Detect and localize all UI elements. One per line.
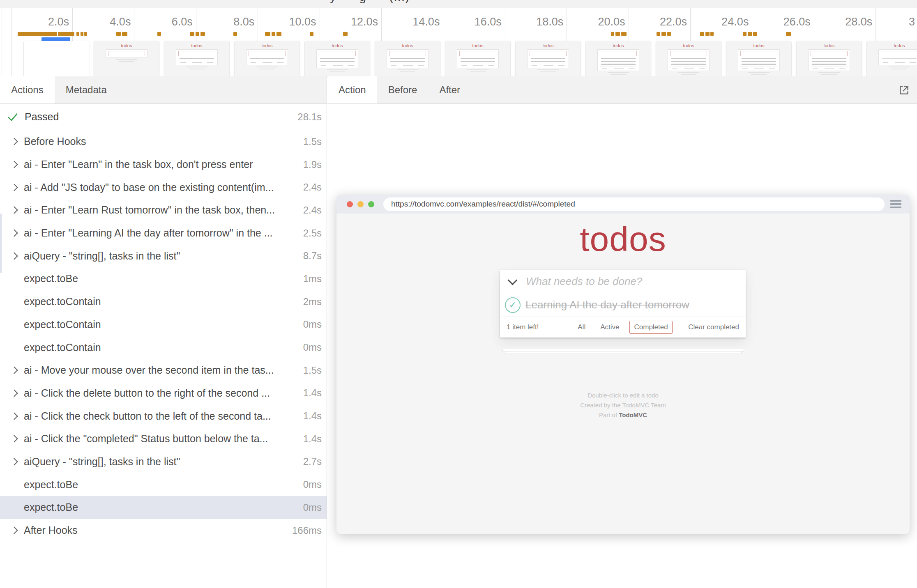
timeline-tick-label: 6.0s bbox=[134, 16, 193, 28]
action-row[interactable]: aiQuery - "string[], tasks in the list"8… bbox=[0, 244, 327, 267]
action-row[interactable]: expect.toBe0ms bbox=[0, 496, 327, 519]
chevron-right-icon[interactable] bbox=[10, 526, 18, 534]
hamburger-menu-icon[interactable] bbox=[890, 200, 901, 208]
filmstrip-thumbnail[interactable]: todos bbox=[235, 41, 300, 77]
thumbnail-todos-title: todos bbox=[445, 43, 510, 48]
timeline-action-mark bbox=[615, 32, 620, 36]
chevron-right-icon[interactable] bbox=[10, 435, 18, 443]
action-row[interactable]: aiQuery - "string[], tasks in the list"2… bbox=[0, 450, 327, 473]
thumbnail-mini-card bbox=[668, 49, 710, 71]
timeline-tick-label: 18.0s bbox=[505, 16, 563, 28]
chevron-right-icon[interactable] bbox=[10, 138, 18, 145]
action-label: ai - Click the check button to the left … bbox=[24, 410, 271, 422]
tab-before[interactable]: Before bbox=[377, 76, 429, 103]
tab-metadata[interactable]: Metadata bbox=[55, 76, 118, 103]
chevron-right-icon[interactable] bbox=[10, 161, 18, 168]
action-row[interactable]: expect.toContain0ms bbox=[0, 313, 327, 336]
filmstrip-thumbnail[interactable]: todos bbox=[867, 41, 917, 77]
clear-completed-button[interactable]: Clear completed bbox=[688, 317, 739, 338]
filmstrip-thumbnail[interactable]: todos bbox=[164, 41, 229, 77]
timeline-action-mark bbox=[18, 32, 57, 36]
timeline-tick-label: 2.0s bbox=[11, 16, 69, 28]
filmstrip-thumbnail[interactable]: todos bbox=[726, 41, 791, 77]
chevron-right-icon[interactable] bbox=[10, 412, 18, 420]
action-row[interactable]: ai - Move your mouse over the second ite… bbox=[0, 359, 327, 382]
toggle-all-chevron-icon[interactable] bbox=[507, 275, 517, 285]
timeline-tick-label: 16.0s bbox=[443, 16, 502, 28]
action-row[interactable]: ai - Click the check button to the left … bbox=[0, 404, 327, 427]
chevron-right-icon[interactable] bbox=[10, 184, 18, 191]
timeline-action-mark bbox=[76, 32, 79, 36]
filter-all[interactable]: All bbox=[573, 321, 590, 334]
timeline-tick-label: 28.0s bbox=[814, 16, 872, 28]
action-row[interactable]: ai - Add "JS today" to base on the exist… bbox=[0, 176, 327, 199]
tab-action[interactable]: Action bbox=[327, 76, 377, 103]
timeline-action-mark bbox=[611, 32, 614, 36]
filmstrip-thumbnail[interactable]: todos bbox=[305, 41, 370, 77]
todomvc-brand-link[interactable]: TodoMVC bbox=[619, 411, 647, 418]
scrollbar-thumb[interactable] bbox=[0, 214, 2, 273]
chevron-right-icon[interactable] bbox=[10, 207, 18, 214]
chevron-right-icon[interactable] bbox=[10, 252, 18, 260]
action-row[interactable]: expect.toContain0ms bbox=[0, 336, 327, 359]
filter-completed[interactable]: Completed bbox=[629, 321, 672, 334]
actions-panel: ActionsMetadata Passed 28.1s Before Hook… bbox=[0, 76, 327, 588]
action-duration: 8.7s bbox=[303, 250, 322, 262]
action-label: expect.toBe bbox=[24, 273, 78, 285]
thumbnail-mini-card bbox=[808, 49, 850, 71]
timeline-tick-label: 22.0s bbox=[629, 16, 687, 28]
action-label: aiQuery - "string[], tasks in the list" bbox=[24, 456, 180, 468]
timeline-tick-label: 24.0s bbox=[690, 16, 749, 28]
tab-actions[interactable]: Actions bbox=[0, 76, 55, 103]
thumbnail-todos-title: todos bbox=[867, 43, 917, 48]
action-duration: 2.4s bbox=[303, 181, 322, 193]
thumbnail-mini-card bbox=[878, 49, 917, 65]
action-row[interactable]: Before Hooks1.5s bbox=[0, 130, 327, 153]
action-row[interactable]: After Hooks166ms bbox=[0, 519, 327, 542]
action-duration: 0ms bbox=[303, 479, 322, 490]
action-row[interactable]: ai - Click the delete button to the righ… bbox=[0, 382, 327, 405]
filter-active[interactable]: Active bbox=[596, 321, 624, 334]
filmstrip-thumbnail[interactable]: todos bbox=[586, 41, 651, 77]
action-label: After Hooks bbox=[24, 524, 78, 536]
todo-toggle-checked-icon[interactable]: ✓ bbox=[505, 297, 521, 313]
action-duration: 0ms bbox=[303, 342, 322, 353]
chevron-right-icon[interactable] bbox=[10, 389, 18, 397]
open-snapshot-in-new-tab-icon[interactable] bbox=[891, 76, 917, 103]
url-bar[interactable]: https://todomvc.com/examples/react/dist/… bbox=[383, 198, 885, 211]
action-row[interactable]: ai - Enter "Learn" in the task box, don'… bbox=[0, 153, 327, 176]
action-row[interactable]: expect.toContain2ms bbox=[0, 290, 327, 313]
credit-partof: Part of TodoMVC bbox=[336, 410, 910, 420]
timeline-action-mark bbox=[667, 32, 671, 36]
filmstrip-thumbnail[interactable]: todos bbox=[516, 41, 581, 77]
timeline-action-mark bbox=[657, 32, 660, 36]
timeline[interactable]: 2.0s4.0s6.0s8.0s10.0s12.0s14.0s16.0s18.0… bbox=[0, 8, 917, 77]
chevron-right-icon[interactable] bbox=[10, 229, 18, 237]
filmstrip-thumbnail[interactable]: todos bbox=[656, 41, 721, 77]
action-row[interactable]: ai - Enter "Learning AI the day after to… bbox=[0, 222, 327, 245]
timeline-action-mark bbox=[753, 32, 757, 36]
todo-item-text: Learning AI the day after tomorrow bbox=[525, 299, 689, 311]
url-text: https://todomvc.com/examples/react/dist/… bbox=[391, 200, 575, 209]
timeline-action-mark bbox=[310, 32, 313, 36]
timeline-action-mark bbox=[748, 32, 752, 36]
filmstrip-thumbnail[interactable]: todos bbox=[445, 41, 510, 77]
chevron-right-icon[interactable] bbox=[10, 367, 18, 374]
new-todo-row[interactable]: What needs to be done? bbox=[500, 270, 746, 293]
thumbnail-todos-title: todos bbox=[516, 43, 581, 48]
filmstrip-thumbnail[interactable] bbox=[24, 41, 89, 77]
chevron-right-icon[interactable] bbox=[10, 458, 18, 465]
action-row[interactable]: expect.toBe0ms bbox=[0, 473, 327, 496]
thumbnail-mini-card bbox=[738, 49, 780, 71]
traffic-light-minimize bbox=[357, 201, 364, 207]
tab-after[interactable]: After bbox=[428, 76, 471, 103]
todo-item[interactable]: ✓ Learning AI the day after tomorrow bbox=[500, 293, 746, 317]
action-row[interactable]: ai - Click the "completed" Status button… bbox=[0, 427, 327, 450]
filmstrip-thumbnail[interactable]: todos bbox=[375, 41, 440, 77]
trace-viewer: y g (...) 2.0s4.0s6.0s8.0s10.0s12.0s14.0… bbox=[0, 0, 917, 588]
action-duration: 1.4s bbox=[303, 387, 322, 399]
filmstrip-thumbnail[interactable]: todos bbox=[94, 41, 159, 77]
action-row[interactable]: ai - Enter "Learn Rust tomorrow" in the … bbox=[0, 199, 327, 222]
action-row[interactable]: expect.toBe1ms bbox=[0, 267, 327, 290]
filmstrip-thumbnail[interactable]: todos bbox=[797, 41, 862, 77]
